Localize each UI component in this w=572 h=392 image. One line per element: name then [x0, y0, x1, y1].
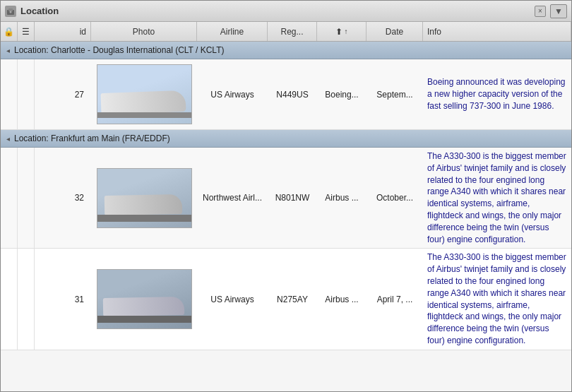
- group-arrow-icon: ◂: [6, 47, 10, 54]
- lock-cell: [1, 148, 18, 248]
- sort-arrow-icon: ↑: [345, 28, 348, 35]
- model-cell: Airbus ...: [317, 292, 367, 307]
- photo-cell: [91, 148, 197, 248]
- airline-cell: US Airways: [197, 87, 268, 102]
- info-column-header[interactable]: Info: [423, 22, 571, 41]
- info-cell: The A330-300 is the biggest member of Ai…: [423, 148, 571, 248]
- reg-cell: N449US: [268, 87, 317, 102]
- reg-column-header[interactable]: Reg...: [268, 22, 317, 41]
- photo-cell: [91, 59, 197, 129]
- aircraft-photo: [97, 269, 192, 329]
- model-cell: Boeing...: [317, 87, 367, 102]
- airline-column-header[interactable]: Airline: [197, 22, 268, 41]
- menu-column-header[interactable]: ☰: [18, 22, 35, 41]
- menu-cell: [18, 249, 35, 349]
- id-cell: 31: [35, 292, 91, 307]
- info-cell: Boeing announced it was developing a new…: [423, 73, 571, 114]
- photo-cell: [91, 249, 197, 349]
- group-label: Location: Charlotte - Douglas Internatio…: [14, 45, 224, 55]
- date-column-header[interactable]: Date: [367, 22, 423, 41]
- date-cell: April 7, ...: [367, 292, 423, 307]
- lock-column-header[interactable]: 🔒: [1, 22, 18, 41]
- date-cell: October...: [367, 190, 423, 206]
- menu-dropdown-button[interactable]: ▼: [550, 4, 567, 18]
- airline-cell: US Airways: [197, 292, 268, 307]
- table-content: ◂Location: Charlotte - Douglas Internati…: [1, 42, 571, 391]
- aircraft-photo: [97, 168, 192, 228]
- id-cell: 27: [35, 87, 91, 102]
- photo-column-header[interactable]: Photo: [91, 22, 197, 41]
- airline-cell: Northwest Airl...: [197, 190, 268, 206]
- group-label: Location: Frankfurt am Main (FRA/EDDF): [14, 133, 170, 143]
- lock-cell: [1, 249, 18, 349]
- info-cell: The A330-300 is the biggest member of Ai…: [423, 249, 571, 349]
- group-arrow-icon: ◂: [6, 135, 10, 143]
- model-cell: Airbus ...: [317, 190, 367, 206]
- close-button[interactable]: ×: [535, 6, 546, 17]
- menu-cell: [18, 59, 35, 129]
- table-row: 27 US Airways N449US Boeing... Septem...…: [1, 59, 571, 130]
- id-column-header[interactable]: id: [35, 22, 91, 41]
- column-headers: 🔒 ☰ id Photo Airline Reg... ⬆ ↑ Date Inf…: [1, 22, 571, 42]
- menu-icon: ☰: [22, 27, 30, 37]
- id-cell: 32: [35, 190, 91, 206]
- group-header-0[interactable]: ◂Location: Charlotte - Douglas Internati…: [1, 42, 571, 59]
- menu-cell: [18, 148, 35, 248]
- svg-point-2: [10, 11, 12, 13]
- date-cell: Septem...: [367, 87, 423, 102]
- reg-cell: N801NW: [268, 190, 317, 206]
- lock-icon: 🔒: [4, 27, 14, 37]
- title-bar: Location × ▼: [1, 1, 571, 22]
- main-window: Location × ▼ 🔒 ☰ id Photo Airline Reg...…: [0, 0, 572, 392]
- aircraft-photo: [97, 64, 192, 124]
- lock-cell: [1, 59, 18, 129]
- reg-cell: N275AY: [268, 292, 317, 307]
- svg-rect-1: [8, 8, 13, 11]
- group-header-1[interactable]: ◂Location: Frankfurt am Main (FRA/EDDF): [1, 130, 571, 148]
- window-icon: [5, 6, 16, 17]
- model-column-header[interactable]: ⬆ ↑: [317, 22, 367, 41]
- table-row: 31 US Airways N275AY Airbus ... April 7,…: [1, 249, 571, 350]
- table-row: 32 Northwest Airl... N801NW Airbus ... O…: [1, 148, 571, 249]
- window-title: Location: [20, 6, 530, 16]
